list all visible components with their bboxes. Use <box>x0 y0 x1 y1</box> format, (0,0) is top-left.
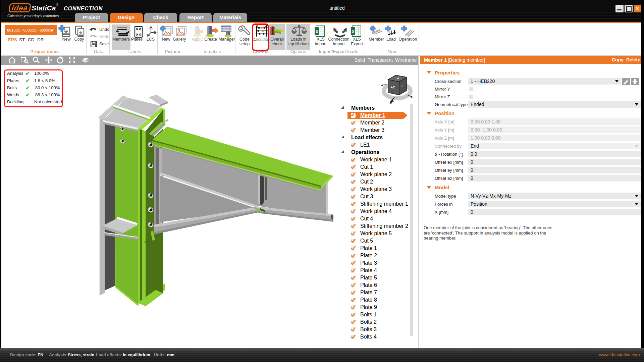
svg-text:Z: Z <box>401 85 403 88</box>
svg-text:Solid: Solid <box>355 57 365 63</box>
svg-text:Transparent: Transparent <box>368 57 393 63</box>
svg-text:X: X <box>352 29 355 34</box>
svg-text:X: X <box>316 29 319 34</box>
svg-text:Wireframe: Wireframe <box>395 57 417 63</box>
svg-text:+Y: +Y <box>391 86 395 89</box>
